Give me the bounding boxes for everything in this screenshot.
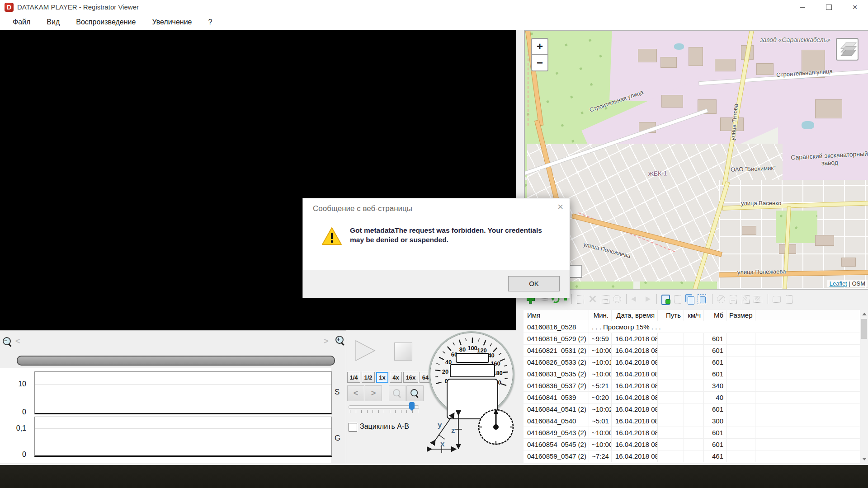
table-row[interactable]: 04160836_0537 (2) ~5:21 16.04.2018 08:36… [524, 380, 860, 392]
gsensor-axis-min: 0 [0, 450, 26, 459]
timeline-forward-chevron[interactable]: > [324, 337, 329, 346]
next-file-button[interactable]: > [365, 385, 382, 401]
page-icon-disabled [672, 294, 683, 305]
block-icon-disabled [716, 294, 726, 305]
play-button[interactable] [354, 340, 377, 361]
menu-view[interactable]: Вид [41, 17, 66, 28]
doc-icon-disabled [783, 294, 794, 305]
speed-16x-button[interactable]: 16x [403, 372, 418, 383]
file-table: Имя Мин. Дата, время Путь км/ч Мб Размер… [524, 310, 860, 463]
map[interactable]: завод «Сарансккабель» Строительная улица… [524, 30, 868, 290]
map-attribution: Leaflet | OSM [827, 280, 868, 287]
zoom-out-button[interactable] [389, 385, 406, 401]
speed-slider[interactable] [349, 405, 419, 409]
extract-pages-icon[interactable] [697, 294, 708, 305]
close-button[interactable]: × [842, 0, 868, 14]
leaflet-link[interactable]: Leaflet [830, 280, 847, 287]
speed-axis-min: 0 [0, 408, 26, 416]
gauge-tick-20: 20 [442, 368, 448, 375]
col-mb[interactable]: Мб [704, 310, 726, 321]
gsensor-axis-max: 0,1 [0, 424, 26, 432]
table-row[interactable]: 04160844_0540 ~5:01 16.04.2018 08:44 300 [524, 415, 860, 427]
app-logo-icon: D [5, 3, 14, 12]
menu-playback[interactable]: Воспроизведение [70, 17, 142, 28]
gauge-display-small [456, 353, 489, 363]
attribution-divider: | [849, 280, 850, 287]
table-row[interactable]: 04160854_0545 (2) ~10:00 16.04.2018 08:5… [524, 439, 860, 450]
col-name[interactable]: Имя [524, 310, 589, 321]
speed-chart [34, 371, 332, 414]
stop-button[interactable] [394, 343, 412, 361]
map-pond-2 [802, 121, 814, 129]
timeline-zoom-out-icon[interactable]: − [3, 337, 13, 347]
warning-icon [321, 226, 343, 246]
axis-y-label: y [438, 421, 442, 429]
gsensor-chart [34, 417, 332, 457]
zoom-in-button[interactable] [406, 385, 424, 401]
map-label-vasenko: улица Васенко [741, 200, 781, 206]
dialog-message: Got metadataThe request was forbidden. Y… [350, 225, 552, 244]
save-icon-disabled [599, 294, 610, 305]
gauge-tick-100: 100 [467, 345, 477, 352]
loop-ab-checkbox[interactable] [349, 423, 357, 432]
col-size[interactable]: Размер [726, 310, 755, 321]
table-row[interactable]: 04160831_0535 (2) ~10:00 16.04.2018 08:3… [524, 368, 860, 380]
table-row[interactable]: 04160841_0539 ~0:20 16.04.2018 08:41 40 [524, 392, 860, 404]
message-dialog[interactable]: Сообщение с веб-страницы × Got metadataT… [302, 198, 570, 298]
window-title: DATAKAM PLAYER - Registrator Viewer [17, 3, 139, 11]
table-row[interactable]: 04160859_0547 (2) ~7:24 16.04.2018 08:59… [524, 450, 860, 462]
minimize-button[interactable] [789, 0, 816, 14]
table-row[interactable]: 04160821_0531 (2) ~10:00 16.04.2018 08:2… [524, 345, 860, 357]
timeline-back-chevron[interactable]: < [15, 337, 20, 346]
speed-1x-button[interactable]: 1x [376, 372, 388, 383]
col-path[interactable]: Путь [658, 310, 684, 321]
loop-ab-label: Зациклить A-B [360, 422, 409, 431]
scroll-down-icon[interactable] [862, 458, 867, 460]
add-page-icon[interactable] [660, 294, 671, 305]
prev-file-button[interactable]: < [347, 385, 364, 401]
seek-bar[interactable] [17, 356, 335, 366]
map-layers-button[interactable] [836, 38, 859, 61]
table-scrollbar[interactable] [860, 310, 868, 463]
menu-help[interactable]: ? [203, 17, 218, 28]
ok-button[interactable]: OK [508, 276, 560, 291]
scroll-thumb[interactable] [861, 319, 867, 339]
taskbar [0, 465, 868, 488]
col-min[interactable]: Мин. [589, 310, 612, 321]
maximize-button[interactable] [816, 0, 842, 14]
copy-pages-icon[interactable] [684, 294, 695, 305]
timeline-zoom-in-icon[interactable]: + [335, 336, 345, 346]
delete-file-icon-disabled [587, 294, 598, 305]
table-row[interactable]: 04160849_0543 (2) ~10:00 16.04.2018 08:4… [524, 427, 860, 439]
map-label-zhbk: ЖБК-1 [648, 169, 667, 177]
scroll-up-icon[interactable] [862, 313, 867, 315]
toolbar-dot-icon[interactable] [564, 297, 575, 308]
table-header: Имя Мин. Дата, время Путь км/ч Мб Размер [524, 310, 860, 321]
map-zoom-out-button[interactable]: − [531, 54, 548, 71]
table-row-loading[interactable]: 04160816_0528 . . . Просмотр 15% . . . [524, 321, 860, 333]
speed-quarter-button[interactable]: 1/4 [347, 372, 360, 383]
menu-bar: Файл Вид Воспроизведение Увеличение ? [0, 14, 868, 30]
file-table-body: 04160816_0529 (2) ~9:59 16.04.2018 08:16… [524, 333, 860, 462]
table-row[interactable]: 04160826_0533 (2) ~10:01 16.04.2018 08:2… [524, 357, 860, 368]
gauge-display-medium [450, 364, 495, 377]
speed-half-button[interactable]: 1/2 [362, 372, 375, 383]
table-row[interactable]: 04160816_0529 (2) ~9:59 16.04.2018 08:16… [524, 333, 860, 345]
redo-icon-disabled [642, 294, 653, 305]
map-label-factory-cable: завод «Сарансккабель» [760, 36, 830, 43]
dialog-close-icon[interactable]: × [557, 201, 563, 213]
table-row[interactable]: 04160844_0541 (2) ~10:02 16.04.2018 08:4… [524, 404, 860, 415]
col-speed[interactable]: км/ч [684, 310, 704, 321]
menu-file[interactable]: Файл [7, 17, 36, 28]
loading-status: . . . Просмотр 15% . . . [589, 321, 684, 333]
speed-4x-button[interactable]: 4x [390, 372, 402, 383]
speed-slider-ticks [350, 410, 419, 413]
menu-zoom[interactable]: Увеличение [146, 17, 198, 28]
speed-slider-thumb[interactable] [409, 402, 415, 411]
map-zoom-in-button[interactable]: + [531, 38, 548, 55]
list-icon-disabled [728, 294, 739, 305]
dialog-title: Сообщение с веб-страницы [313, 204, 412, 213]
save-all-icon-disabled [612, 294, 623, 305]
map-pond-3 [674, 43, 684, 50]
col-datetime[interactable]: Дата, время [612, 310, 658, 321]
